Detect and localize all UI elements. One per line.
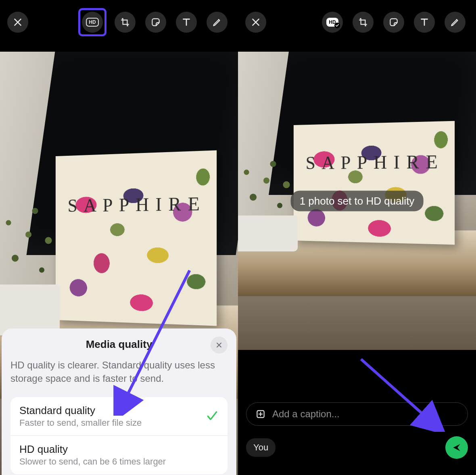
draw-button[interactable] xyxy=(207,12,228,33)
left-toolbar: HD xyxy=(0,0,238,44)
hd-icon-active: HD xyxy=(326,18,338,27)
text-button[interactable] xyxy=(176,12,197,33)
photo-preview: SAPPHIRE 1 photo set to HD quality xyxy=(238,52,476,350)
add-media-icon xyxy=(255,409,266,419)
hd-button-highlight: HD xyxy=(78,8,106,36)
recipient-chip[interactable]: You xyxy=(246,438,276,457)
media-quality-sheet: Media quality HD quality is clearer. Sta… xyxy=(2,329,236,475)
check-badge-icon xyxy=(334,23,340,28)
caption-placeholder: Add a caption... xyxy=(272,408,340,420)
caption-input[interactable]: Add a caption... xyxy=(246,402,468,426)
crop-rotate-icon xyxy=(120,17,130,27)
sheet-title: Media quality xyxy=(86,338,152,351)
close-icon xyxy=(251,17,261,27)
photo-text: SAPPHIRE xyxy=(68,193,203,216)
option-subtitle: Faster to send, smaller file size xyxy=(19,418,206,428)
sticker-icon xyxy=(150,17,161,27)
text-icon xyxy=(419,17,430,27)
sticker-button[interactable] xyxy=(383,12,404,33)
crop-rotate-icon xyxy=(358,17,368,27)
option-hd-quality[interactable]: HD quality Slower to send, can be 6 time… xyxy=(10,436,228,474)
option-standard-quality[interactable]: Standard quality Faster to send, smaller… xyxy=(10,397,228,436)
sticker-button[interactable] xyxy=(145,12,166,33)
send-icon xyxy=(451,442,462,453)
pencil-icon xyxy=(212,17,222,27)
close-button[interactable] xyxy=(7,12,28,33)
option-title: HD quality xyxy=(19,443,219,456)
sticker-icon xyxy=(388,17,399,27)
sheet-description: HD quality is clearer. Standard quality … xyxy=(10,359,228,385)
option-title: Standard quality xyxy=(19,404,206,417)
draw-button[interactable] xyxy=(445,12,466,33)
text-button[interactable] xyxy=(414,12,435,33)
text-icon xyxy=(181,17,192,27)
photo-text: SAPPHIRE xyxy=(306,151,441,174)
pencil-icon xyxy=(450,17,460,27)
option-subtitle: Slower to send, can be 6 times larger xyxy=(19,456,219,467)
hd-icon: HD xyxy=(86,18,98,27)
close-icon xyxy=(13,17,23,27)
close-icon xyxy=(215,341,223,349)
crop-rotate-button[interactable] xyxy=(115,12,136,33)
checkmark-icon xyxy=(206,409,219,424)
hd-quality-button[interactable]: HD xyxy=(82,12,103,33)
quality-options-list: Standard quality Faster to send, smaller… xyxy=(10,397,228,474)
right-toolbar: HD xyxy=(238,0,476,44)
bottom-bar: Add a caption... You xyxy=(238,394,476,475)
hd-quality-button-active[interactable]: HD xyxy=(322,12,343,33)
send-button[interactable] xyxy=(445,436,468,459)
crop-rotate-button[interactable] xyxy=(353,12,374,33)
close-button[interactable] xyxy=(245,12,266,33)
hd-toast: 1 photo set to HD quality xyxy=(291,190,424,211)
sheet-close-button[interactable] xyxy=(211,337,228,354)
